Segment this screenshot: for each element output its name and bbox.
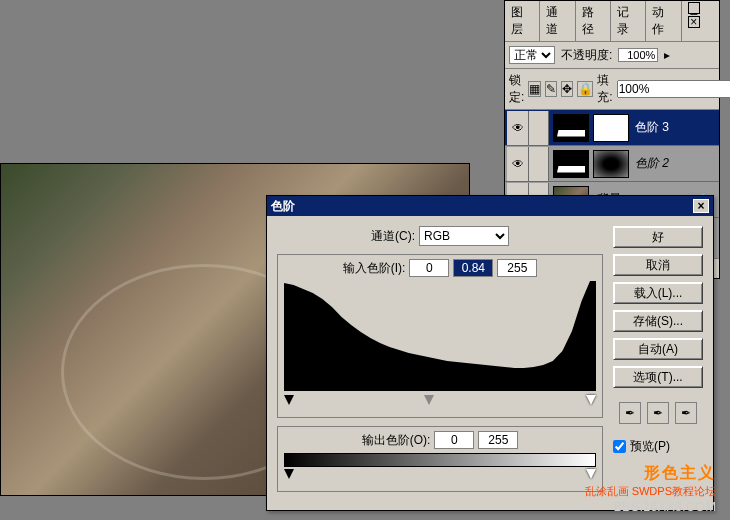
tab-channels[interactable]: 通道 — [540, 1, 575, 41]
black-eyedropper-icon[interactable]: ✒ — [619, 402, 641, 424]
close-icon[interactable]: × — [693, 199, 709, 213]
panel-minimize-icon[interactable]: _ — [688, 2, 700, 14]
ok-button[interactable]: 好 — [613, 226, 703, 248]
save-button[interactable]: 存储(S)... — [613, 310, 703, 332]
levels-titlebar[interactable]: 色阶 × — [267, 196, 713, 216]
visibility-toggle[interactable]: 👁 — [507, 147, 529, 181]
input-black-field[interactable] — [409, 259, 449, 277]
channel-label: 通道(C): — [371, 228, 415, 245]
lock-paint-icon[interactable]: ✎ — [545, 81, 557, 97]
visibility-toggle[interactable]: 👁 — [507, 111, 529, 145]
load-button[interactable]: 载入(L)... — [613, 282, 703, 304]
opacity-arrow-icon[interactable]: ▸ — [664, 48, 670, 62]
auto-button[interactable]: 自动(A) — [613, 338, 703, 360]
preview-row: 预览(P) — [613, 438, 703, 455]
input-levels-label: 输入色阶(I): — [343, 260, 406, 277]
output-black-field[interactable] — [434, 431, 474, 449]
input-slider-track[interactable] — [284, 395, 596, 407]
output-black-slider[interactable] — [284, 469, 294, 479]
tab-actions[interactable]: 动作 — [646, 1, 681, 41]
tab-layers[interactable]: 图层 — [505, 1, 540, 41]
lock-transparent-icon[interactable]: ▦ — [528, 81, 541, 97]
white-point-slider[interactable] — [586, 395, 596, 405]
dialog-title: 色阶 — [271, 198, 693, 215]
opacity-input[interactable] — [618, 48, 658, 62]
histogram — [284, 281, 596, 391]
fill-label: 填充: — [597, 72, 612, 106]
mask-thumb[interactable] — [593, 150, 629, 178]
black-point-slider[interactable] — [284, 395, 294, 405]
watermark-line3: BBS.16XX8.COM — [585, 499, 716, 514]
fill-input[interactable] — [617, 80, 730, 98]
watermark-line2: 乱涂乱画 SWDPS教程论坛 — [585, 484, 716, 499]
tab-history[interactable]: 记录 — [611, 1, 646, 41]
output-white-field[interactable] — [478, 431, 518, 449]
link-cell[interactable] — [529, 111, 549, 145]
eyedropper-group: ✒ ✒ ✒ — [613, 402, 703, 424]
layer-row-levels-2[interactable]: 👁 色阶 2 — [505, 146, 719, 182]
lock-move-icon[interactable]: ✥ — [561, 81, 573, 97]
panel-window-controls: _ × — [682, 1, 719, 41]
white-eyedropper-icon[interactable]: ✒ — [675, 402, 697, 424]
eye-icon: 👁 — [512, 121, 524, 135]
adjustment-thumb[interactable] — [553, 114, 589, 142]
output-levels-label: 输出色阶(O): — [362, 432, 431, 449]
preview-label: 预览(P) — [630, 438, 670, 455]
levels-main: 通道(C): RGB 输入色阶(I): — [277, 226, 603, 500]
output-levels-group: 输出色阶(O): — [277, 426, 603, 492]
input-gamma-field[interactable] — [453, 259, 493, 277]
input-white-field[interactable] — [497, 259, 537, 277]
lock-label: 锁定: — [509, 72, 524, 106]
channel-select[interactable]: RGB — [419, 226, 509, 246]
panel-close-icon[interactable]: × — [688, 16, 700, 28]
tab-paths[interactable]: 路径 — [576, 1, 611, 41]
mask-thumb[interactable] — [593, 114, 629, 142]
cancel-button[interactable]: 取消 — [613, 254, 703, 276]
blend-mode-select[interactable]: 正常 — [509, 46, 555, 64]
link-cell[interactable] — [529, 147, 549, 181]
layer-name[interactable]: 色阶 2 — [635, 155, 669, 172]
layer-options-row: 正常 不透明度: ▸ — [505, 42, 719, 69]
lock-row: 锁定: ▦ ✎ ✥ 🔒 填充: ▸ — [505, 69, 719, 110]
watermark: 形色主义 乱涂乱画 SWDPS教程论坛 BBS.16XX8.COM — [585, 463, 716, 514]
eye-icon: 👁 — [512, 157, 524, 171]
gamma-slider[interactable] — [424, 395, 434, 405]
output-slider-track[interactable] — [284, 469, 596, 481]
lock-all-icon[interactable]: 🔒 — [577, 81, 593, 97]
channel-row: 通道(C): RGB — [277, 226, 603, 246]
levels-buttons: 好 取消 载入(L)... 存储(S)... 自动(A) 选项(T)... ✒ … — [613, 226, 703, 500]
panel-tabs: 图层 通道 路径 记录 动作 _ × — [505, 1, 719, 42]
layer-name[interactable]: 色阶 3 — [635, 119, 669, 136]
watermark-line1: 形色主义 — [585, 463, 716, 484]
input-levels-group: 输入色阶(I): — [277, 254, 603, 418]
opacity-label: 不透明度: — [561, 47, 612, 64]
layer-row-levels-3[interactable]: 👁 色阶 3 — [505, 110, 719, 146]
options-button[interactable]: 选项(T)... — [613, 366, 703, 388]
adjustment-thumb[interactable] — [553, 150, 589, 178]
gray-eyedropper-icon[interactable]: ✒ — [647, 402, 669, 424]
preview-checkbox[interactable] — [613, 440, 626, 453]
output-gradient — [284, 453, 596, 467]
